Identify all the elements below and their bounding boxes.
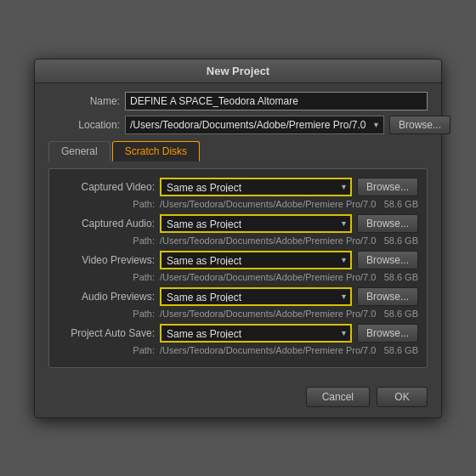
captured-audio-size: 58.6 GB: [384, 235, 418, 246]
location-select[interactable]: /Users/Teodora/Documents/Adobe/Premiere …: [125, 116, 384, 134]
audio-previews-path-row: Path: /Users/Teodora/Documents/Adobe/Pre…: [58, 309, 418, 319]
captured-video-label: Captured Video:: [58, 181, 160, 193]
video-previews-label: Video Previews:: [58, 254, 160, 266]
captured-audio-select[interactable]: Same as Project: [160, 214, 352, 233]
captured-video-section: Captured Video: Same as Project Browse..…: [58, 178, 418, 209]
audio-previews-label: Audio Previews:: [58, 291, 160, 303]
audio-previews-size: 58.6 GB: [384, 309, 418, 319]
name-label: Name:: [48, 95, 125, 107]
audio-previews-row: Audio Previews: Same as Project Browse..…: [58, 287, 418, 306]
name-row: Name:: [48, 92, 428, 110]
project-auto-save-path-label: Path:: [58, 345, 160, 355]
captured-audio-path-row: Path: /Users/Teodora/Documents/Adobe/Pre…: [58, 235, 418, 246]
location-label: Location:: [48, 119, 125, 131]
project-auto-save-path-row: Path: /Users/Teodora/Documents/Adobe/Pre…: [58, 345, 418, 355]
name-input[interactable]: [125, 92, 428, 110]
video-previews-row: Video Previews: Same as Project Browse..…: [58, 251, 418, 269]
captured-audio-row: Captured Audio: Same as Project Browse..…: [58, 214, 418, 233]
location-row: Location: /Users/Teodora/Documents/Adobe…: [48, 116, 428, 134]
video-previews-section: Video Previews: Same as Project Browse..…: [58, 251, 418, 282]
captured-video-browse-button[interactable]: Browse...: [357, 178, 418, 196]
ok-button[interactable]: OK: [377, 387, 428, 407]
video-previews-path-value: /Users/Teodora/Documents/Adobe/Premiere …: [160, 272, 377, 282]
project-auto-save-select[interactable]: Same as Project: [160, 324, 352, 343]
tabs-row: General Scratch Disks: [48, 141, 428, 162]
dialog-footer: Cancel OK: [35, 378, 441, 417]
captured-video-path-value: /Users/Teodora/Documents/Adobe/Premiere …: [160, 199, 377, 209]
cancel-button[interactable]: Cancel: [306, 387, 370, 407]
dialog-title: New Project: [35, 60, 441, 83]
scratch-disks-tab-content: Captured Video: Same as Project Browse..…: [48, 168, 428, 368]
tab-general[interactable]: General: [48, 141, 110, 162]
audio-previews-path-label: Path:: [58, 309, 160, 319]
project-auto-save-row: Project Auto Save: Same as Project Brows…: [58, 324, 418, 343]
captured-audio-label: Captured Audio:: [58, 218, 160, 230]
location-browse-button[interactable]: Browse...: [389, 116, 450, 134]
audio-previews-select[interactable]: Same as Project: [160, 287, 352, 306]
project-auto-save-select-wrap: Same as Project: [160, 324, 352, 343]
captured-video-select[interactable]: Same as Project: [160, 178, 352, 196]
audio-previews-browse-button[interactable]: Browse...: [357, 287, 418, 306]
audio-previews-path-value: /Users/Teodora/Documents/Adobe/Premiere …: [160, 309, 377, 319]
video-previews-size: 58.6 GB: [384, 272, 418, 282]
location-select-wrap: /Users/Teodora/Documents/Adobe/Premiere …: [125, 116, 384, 134]
captured-video-path-label: Path:: [58, 199, 160, 209]
video-previews-select-wrap: Same as Project: [160, 251, 352, 269]
project-auto-save-section: Project Auto Save: Same as Project Brows…: [58, 324, 418, 355]
captured-video-path-row: Path: /Users/Teodora/Documents/Adobe/Pre…: [58, 199, 418, 209]
project-auto-save-browse-button[interactable]: Browse...: [357, 324, 418, 343]
captured-audio-browse-button[interactable]: Browse...: [357, 214, 418, 233]
captured-video-row: Captured Video: Same as Project Browse..…: [58, 178, 418, 196]
project-auto-save-path-value: /Users/Teodora/Documents/Adobe/Premiere …: [160, 345, 377, 355]
new-project-dialog: New Project Name: Location: /Users/Teodo…: [34, 59, 442, 418]
video-previews-browse-button[interactable]: Browse...: [357, 251, 418, 269]
captured-audio-path-label: Path:: [58, 235, 160, 246]
captured-video-select-wrap: Same as Project: [160, 178, 352, 196]
video-previews-path-label: Path:: [58, 272, 160, 282]
video-previews-select[interactable]: Same as Project: [160, 251, 352, 269]
captured-audio-path-value: /Users/Teodora/Documents/Adobe/Premiere …: [160, 235, 377, 246]
tab-scratch-disks[interactable]: Scratch Disks: [112, 141, 200, 162]
captured-video-size: 58.6 GB: [384, 199, 418, 209]
video-previews-path-row: Path: /Users/Teodora/Documents/Adobe/Pre…: [58, 272, 418, 282]
project-auto-save-size: 58.6 GB: [384, 345, 418, 355]
captured-audio-section: Captured Audio: Same as Project Browse..…: [58, 214, 418, 246]
project-auto-save-label: Project Auto Save:: [58, 327, 160, 339]
audio-previews-select-wrap: Same as Project: [160, 287, 352, 306]
captured-audio-select-wrap: Same as Project: [160, 214, 352, 233]
audio-previews-section: Audio Previews: Same as Project Browse..…: [58, 287, 418, 319]
